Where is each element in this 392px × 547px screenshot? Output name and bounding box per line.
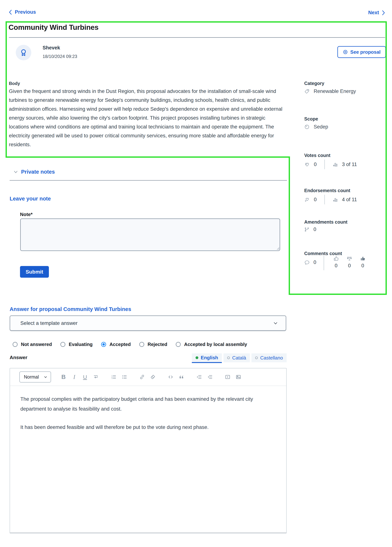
language-tabs: English Català Castellano <box>192 353 287 363</box>
author-date: 18/10/2024 09:23 <box>43 54 77 59</box>
radio-evaluating[interactable]: Evaluating <box>60 342 93 347</box>
thumb-up-icon <box>333 256 339 261</box>
language-label: Castellano <box>260 355 283 361</box>
vote-heart-icon <box>304 162 310 167</box>
endorsements-ranking: 4 of 11 <box>342 197 357 203</box>
clear-format-button[interactable] <box>147 372 158 383</box>
leave-note-title: Leave your note <box>10 196 51 202</box>
radio-circle <box>139 342 144 347</box>
category-value-row: Renewable Energy <box>304 89 356 94</box>
radio-circle-selected <box>101 342 106 347</box>
note-input[interactable] <box>20 219 280 251</box>
amendments-count-label: Amendments count <box>304 219 347 225</box>
tab-language-catala[interactable]: Català <box>223 353 250 362</box>
scope-value: Sedep <box>314 124 328 130</box>
see-proposal-label: See proposal <box>350 49 380 55</box>
radio-rejected[interactable]: Rejected <box>139 342 167 347</box>
vertical-divider <box>324 160 325 169</box>
template-select-value: Select a template answer <box>20 320 78 326</box>
radio-accepted[interactable]: Accepted <box>101 342 131 347</box>
annotation-outline-bottom <box>289 294 387 295</box>
avatar <box>16 45 31 60</box>
git-branch-icon <box>304 227 309 232</box>
indent-button[interactable] <box>194 372 204 383</box>
previous-link[interactable]: Previous <box>8 9 36 15</box>
answer-paragraph: The proposal complies with the participa… <box>20 394 276 414</box>
next-label: Next <box>368 10 379 15</box>
line-break-button[interactable] <box>90 372 101 383</box>
previous-label: Previous <box>15 9 36 15</box>
private-notes-toggle[interactable]: Private notes <box>13 169 55 175</box>
votes-count-label: Votes count <box>304 153 330 158</box>
comments-count-row: 0 0 0 0 <box>304 256 367 270</box>
heart-plus-icon <box>304 197 310 202</box>
radio-circle <box>176 342 181 347</box>
annotation-outline-mid-vertical <box>289 157 290 295</box>
underline-button[interactable]: U <box>80 372 90 383</box>
votes-count-value: 0 <box>314 162 317 167</box>
category-label: Category <box>304 81 324 86</box>
private-notes-title: Private notes <box>21 169 55 175</box>
comments-negative-stack: 0 <box>358 256 367 269</box>
submit-button[interactable]: Submit <box>20 266 49 278</box>
next-link[interactable]: Next <box>368 10 385 15</box>
rich-text-editor: Normal B I U 1 2 <box>10 368 287 533</box>
format-dropdown[interactable]: Normal <box>19 371 51 383</box>
blockquote-button[interactable] <box>176 372 187 383</box>
outdent-button[interactable] <box>204 372 215 383</box>
template-answer-select[interactable]: Select a template answer <box>10 315 286 331</box>
annotation-outline-right <box>385 21 387 295</box>
comments-negative-count: 0 <box>361 263 364 269</box>
vertical-divider <box>324 256 324 270</box>
radio-label: Accepted <box>110 342 131 347</box>
votes-ranking: 3 of 11 <box>342 162 357 167</box>
tag-icon <box>304 89 309 94</box>
see-proposal-button[interactable]: See proposal <box>337 46 386 58</box>
ordered-list-button[interactable]: 1 2 3 <box>108 372 119 383</box>
svg-text:3: 3 <box>111 377 112 379</box>
chevron-right-icon <box>382 10 385 15</box>
radio-accepted-by-local-assembly[interactable]: Accepted by local assembly <box>176 342 247 347</box>
chevron-down-icon <box>13 170 18 174</box>
bold-button[interactable]: B <box>58 372 69 383</box>
annotation-outline-top <box>6 21 387 23</box>
scope-label: Scope <box>304 116 318 122</box>
comments-neutral-stack: 0 <box>345 256 354 269</box>
code-button[interactable] <box>165 372 176 383</box>
comments-count-value: 0 <box>314 260 316 265</box>
thumb-up-filled-icon <box>360 256 365 261</box>
radio-label: Not answered <box>21 342 52 347</box>
endorsements-count-row: 0 4 of 11 <box>304 195 357 204</box>
radio-label: Evaluating <box>69 342 93 347</box>
amendments-count-row: 0 <box>304 226 316 232</box>
annotation-outline-left <box>6 21 7 158</box>
link-button[interactable] <box>137 372 147 383</box>
section-divider <box>10 180 287 181</box>
tab-language-english[interactable]: English <box>192 353 222 363</box>
video-button[interactable] <box>222 372 233 383</box>
annotation-outline-mid-horizontal <box>6 157 290 158</box>
endorsements-count-label: Endorsements count <box>304 188 350 193</box>
chevron-left-icon <box>8 9 12 15</box>
tab-language-castellano[interactable]: Castellano <box>251 353 287 362</box>
vertical-divider <box>324 195 325 204</box>
untranslated-dot-icon <box>255 356 258 359</box>
category-value: Renewable Energy <box>314 89 356 94</box>
amendments-count-value: 0 <box>314 226 316 232</box>
author-name: Shevek <box>43 45 60 51</box>
chevron-down-icon <box>273 321 278 326</box>
editor-content[interactable]: The proposal complies with the participa… <box>10 386 286 440</box>
scope-value-row: Sedep <box>304 124 328 130</box>
answer-status-options: Not answered Evaluating Accepted Rejecte… <box>13 342 247 347</box>
page-title: Community Wind Turbines <box>8 23 98 31</box>
translated-dot-icon <box>196 356 198 359</box>
endorsements-count-value: 0 <box>314 197 317 203</box>
italic-button[interactable]: I <box>69 372 80 383</box>
bullet-list-button[interactable] <box>119 372 130 383</box>
image-button[interactable] <box>233 372 244 383</box>
radio-not-answered[interactable]: Not answered <box>13 342 52 347</box>
body-label: Body <box>9 81 20 86</box>
radio-circle <box>13 342 18 347</box>
proposal-body: Given the frequent and strong winds in t… <box>9 87 283 149</box>
award-badge-icon <box>19 48 28 57</box>
